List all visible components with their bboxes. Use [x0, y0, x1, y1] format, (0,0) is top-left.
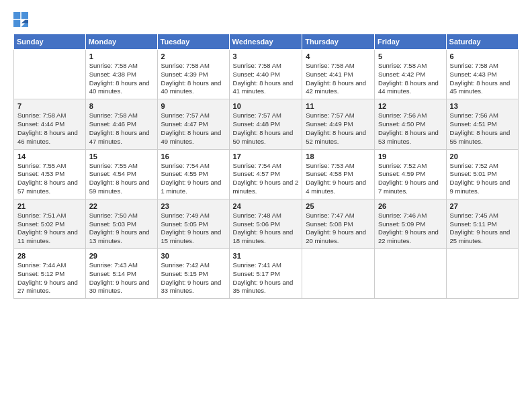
day-detail: Sunrise: 7:54 AM Sunset: 4:55 PM Dayligh… [161, 162, 226, 196]
day-cell: 29Sunrise: 7:43 AM Sunset: 5:14 PM Dayli… [85, 249, 157, 299]
day-cell [14, 50, 86, 99]
day-cell: 13Sunrise: 7:56 AM Sunset: 4:51 PM Dayli… [446, 99, 518, 149]
calendar-header: SundayMondayTuesdayWednesdayThursdayFrid… [14, 34, 519, 50]
day-detail: Sunrise: 7:42 AM Sunset: 5:15 PM Dayligh… [161, 261, 226, 295]
day-number: 30 [161, 252, 226, 260]
day-cell: 17Sunrise: 7:54 AM Sunset: 4:57 PM Dayli… [229, 149, 302, 199]
day-cell: 2Sunrise: 7:58 AM Sunset: 4:39 PM Daylig… [157, 50, 229, 99]
day-detail: Sunrise: 7:47 AM Sunset: 5:08 PM Dayligh… [306, 212, 371, 246]
day-detail: Sunrise: 7:44 AM Sunset: 5:12 PM Dayligh… [17, 261, 82, 295]
week-row: 1Sunrise: 7:58 AM Sunset: 4:38 PM Daylig… [14, 50, 519, 99]
day-cell: 9Sunrise: 7:57 AM Sunset: 4:47 PM Daylig… [157, 99, 229, 149]
weekday-header: Friday [374, 34, 446, 50]
day-number: 12 [378, 102, 443, 110]
calendar-body: 1Sunrise: 7:58 AM Sunset: 4:38 PM Daylig… [14, 50, 519, 299]
header [13, 12, 519, 27]
day-cell: 8Sunrise: 7:58 AM Sunset: 4:46 PM Daylig… [85, 99, 157, 149]
svg-rect-2 [13, 20, 20, 27]
day-number: 20 [450, 152, 515, 161]
day-number: 14 [17, 152, 82, 161]
day-detail: Sunrise: 7:58 AM Sunset: 4:43 PM Dayligh… [450, 62, 515, 96]
day-cell: 30Sunrise: 7:42 AM Sunset: 5:15 PM Dayli… [157, 249, 229, 299]
day-detail: Sunrise: 7:58 AM Sunset: 4:42 PM Dayligh… [378, 62, 443, 96]
day-cell: 5Sunrise: 7:58 AM Sunset: 4:42 PM Daylig… [374, 50, 446, 99]
day-detail: Sunrise: 7:51 AM Sunset: 5:02 PM Dayligh… [17, 212, 82, 246]
logo [13, 12, 31, 27]
day-cell: 12Sunrise: 7:56 AM Sunset: 4:50 PM Dayli… [374, 99, 446, 149]
day-cell: 1Sunrise: 7:58 AM Sunset: 4:38 PM Daylig… [85, 50, 157, 99]
day-number: 17 [233, 152, 299, 161]
day-cell: 20Sunrise: 7:52 AM Sunset: 5:01 PM Dayli… [446, 149, 518, 199]
day-cell [446, 249, 518, 299]
day-detail: Sunrise: 7:58 AM Sunset: 4:44 PM Dayligh… [17, 111, 82, 146]
weekday-header: Wednesday [229, 34, 302, 50]
weekday-header: Thursday [302, 34, 375, 50]
day-cell: 31Sunrise: 7:41 AM Sunset: 5:17 PM Dayli… [229, 249, 302, 299]
weekday-row: SundayMondayTuesdayWednesdayThursdayFrid… [14, 34, 519, 50]
day-cell: 24Sunrise: 7:48 AM Sunset: 5:06 PM Dayli… [229, 199, 302, 248]
day-cell: 10Sunrise: 7:57 AM Sunset: 4:48 PM Dayli… [229, 99, 302, 149]
day-cell [302, 249, 375, 299]
day-number: 11 [306, 102, 371, 110]
day-cell: 4Sunrise: 7:58 AM Sunset: 4:41 PM Daylig… [302, 50, 375, 99]
day-detail: Sunrise: 7:41 AM Sunset: 5:17 PM Dayligh… [233, 261, 299, 295]
day-cell: 19Sunrise: 7:52 AM Sunset: 4:59 PM Dayli… [374, 149, 446, 199]
day-number: 28 [17, 252, 82, 260]
day-number: 18 [306, 152, 371, 161]
day-number: 26 [378, 202, 443, 210]
day-number: 16 [161, 152, 226, 161]
day-number: 13 [450, 102, 515, 110]
day-number: 15 [89, 152, 154, 161]
day-cell: 22Sunrise: 7:50 AM Sunset: 5:03 PM Dayli… [85, 199, 157, 248]
day-cell: 15Sunrise: 7:55 AM Sunset: 4:54 PM Dayli… [85, 149, 157, 199]
day-number: 9 [161, 102, 226, 110]
day-cell: 14Sunrise: 7:55 AM Sunset: 4:53 PM Dayli… [14, 149, 86, 199]
logo-icon [13, 12, 28, 27]
day-detail: Sunrise: 7:55 AM Sunset: 4:53 PM Dayligh… [17, 162, 82, 196]
calendar-table: SundayMondayTuesdayWednesdayThursdayFrid… [13, 34, 519, 299]
day-detail: Sunrise: 7:52 AM Sunset: 5:01 PM Dayligh… [450, 162, 515, 196]
weekday-header: Saturday [446, 34, 518, 50]
day-number: 29 [89, 252, 154, 260]
day-detail: Sunrise: 7:56 AM Sunset: 4:51 PM Dayligh… [450, 111, 515, 146]
svg-rect-0 [13, 12, 20, 19]
day-detail: Sunrise: 7:49 AM Sunset: 5:05 PM Dayligh… [161, 212, 226, 246]
week-row: 21Sunrise: 7:51 AM Sunset: 5:02 PM Dayli… [14, 199, 519, 248]
day-number: 19 [378, 152, 443, 161]
day-cell: 26Sunrise: 7:46 AM Sunset: 5:09 PM Dayli… [374, 199, 446, 248]
week-row: 28Sunrise: 7:44 AM Sunset: 5:12 PM Dayli… [14, 249, 519, 299]
day-detail: Sunrise: 7:52 AM Sunset: 4:59 PM Dayligh… [378, 162, 443, 196]
day-cell: 25Sunrise: 7:47 AM Sunset: 5:08 PM Dayli… [302, 199, 375, 248]
day-cell: 3Sunrise: 7:58 AM Sunset: 4:40 PM Daylig… [229, 50, 302, 99]
day-cell [374, 249, 446, 299]
day-detail: Sunrise: 7:56 AM Sunset: 4:50 PM Dayligh… [378, 111, 443, 146]
day-number: 21 [17, 202, 82, 210]
day-number: 4 [306, 52, 371, 60]
day-number: 5 [378, 52, 443, 60]
day-cell: 18Sunrise: 7:53 AM Sunset: 4:58 PM Dayli… [302, 149, 375, 199]
day-number: 2 [161, 52, 226, 60]
day-number: 25 [306, 202, 371, 210]
day-number: 3 [233, 52, 299, 60]
day-number: 27 [450, 202, 515, 210]
page: SundayMondayTuesdayWednesdayThursdayFrid… [0, 0, 532, 411]
day-detail: Sunrise: 7:45 AM Sunset: 5:11 PM Dayligh… [450, 212, 515, 246]
day-number: 24 [233, 202, 299, 210]
day-cell: 7Sunrise: 7:58 AM Sunset: 4:44 PM Daylig… [14, 99, 86, 149]
svg-rect-1 [21, 12, 28, 19]
day-cell: 21Sunrise: 7:51 AM Sunset: 5:02 PM Dayli… [14, 199, 86, 248]
weekday-header: Sunday [14, 34, 86, 50]
day-cell: 6Sunrise: 7:58 AM Sunset: 4:43 PM Daylig… [446, 50, 518, 99]
day-cell: 27Sunrise: 7:45 AM Sunset: 5:11 PM Dayli… [446, 199, 518, 248]
day-cell: 16Sunrise: 7:54 AM Sunset: 4:55 PM Dayli… [157, 149, 229, 199]
weekday-header: Monday [85, 34, 157, 50]
day-cell: 23Sunrise: 7:49 AM Sunset: 5:05 PM Dayli… [157, 199, 229, 248]
day-detail: Sunrise: 7:58 AM Sunset: 4:46 PM Dayligh… [89, 111, 154, 146]
day-detail: Sunrise: 7:58 AM Sunset: 4:41 PM Dayligh… [306, 62, 371, 96]
day-detail: Sunrise: 7:57 AM Sunset: 4:47 PM Dayligh… [161, 111, 226, 146]
day-number: 7 [17, 102, 82, 110]
day-number: 31 [233, 252, 299, 260]
day-detail: Sunrise: 7:50 AM Sunset: 5:03 PM Dayligh… [89, 212, 154, 246]
day-detail: Sunrise: 7:58 AM Sunset: 4:39 PM Dayligh… [161, 62, 226, 96]
day-detail: Sunrise: 7:53 AM Sunset: 4:58 PM Dayligh… [306, 162, 371, 196]
